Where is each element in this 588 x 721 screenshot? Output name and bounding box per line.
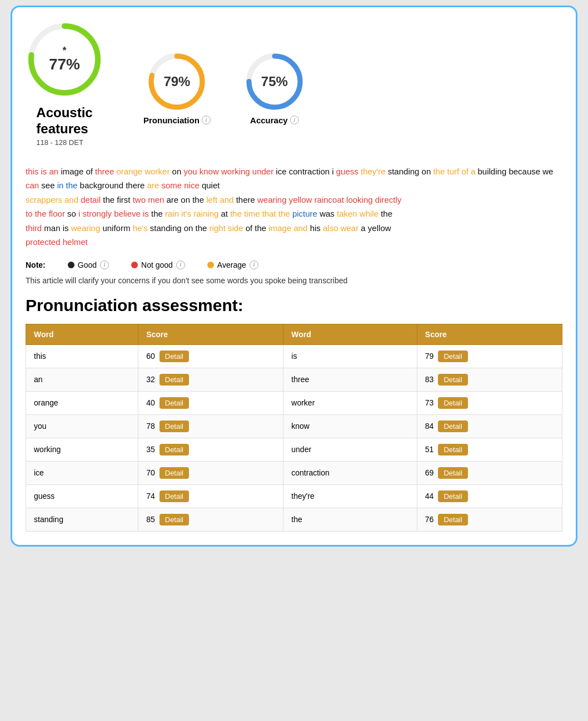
cell-word-left: you bbox=[26, 414, 138, 438]
word-theyre: they're bbox=[361, 167, 386, 176]
main-card: * 77% Acoustic features 118 - 128 DET bbox=[11, 6, 577, 547]
detail-button-right[interactable]: Detail bbox=[438, 490, 467, 502]
legend-not-good: Not good i bbox=[131, 261, 185, 269]
cell-score-left: 60 Detail bbox=[138, 344, 283, 368]
cell-score-left: 78 Detail bbox=[138, 414, 283, 438]
accuracy-info-icon[interactable]: i bbox=[290, 116, 299, 124]
word-background: background there bbox=[80, 181, 145, 190]
word-two-men: two men bbox=[133, 195, 165, 204]
pronunciation-pct: 79% bbox=[146, 51, 207, 112]
word-guess: guess bbox=[336, 167, 358, 176]
word-third: third bbox=[26, 223, 42, 233]
cell-score-left: 74 Detail bbox=[138, 484, 283, 508]
accuracy-score: 75% Accuracy i bbox=[244, 51, 305, 125]
word-an: an bbox=[49, 167, 59, 176]
note-section: Note: Good i Not good i Average i bbox=[26, 261, 562, 269]
cell-score-left: 70 Detail bbox=[138, 461, 283, 484]
word-also-wear: also wear bbox=[323, 223, 358, 233]
table-row: this 60 Detail is 79 Detail bbox=[26, 344, 562, 368]
detail-button-left[interactable]: Detail bbox=[160, 444, 189, 455]
word-of-the: of the bbox=[246, 223, 267, 233]
acoustic-title-line1: Acoustic bbox=[36, 105, 92, 120]
word-are-on: are on the bbox=[167, 195, 205, 204]
word-the-first: the first bbox=[103, 195, 130, 204]
good-info-icon[interactable]: i bbox=[100, 261, 109, 269]
detail-button-right[interactable]: Detail bbox=[438, 420, 467, 432]
cell-word-right: they're bbox=[283, 484, 417, 508]
word-this: this bbox=[26, 167, 38, 176]
cell-score-right: 51 Detail bbox=[417, 438, 562, 461]
word-on: on bbox=[172, 167, 182, 176]
detail-button-right[interactable]: Detail bbox=[438, 351, 467, 362]
word-man-is: man is bbox=[44, 223, 68, 233]
cell-word-left: ice bbox=[26, 461, 138, 484]
col-score-1: Score bbox=[138, 324, 283, 344]
cell-word-left: orange bbox=[26, 391, 138, 414]
word-taken-while: taken while bbox=[337, 209, 378, 218]
detail-button-right[interactable]: Detail bbox=[438, 374, 467, 385]
word-hes: he's bbox=[133, 223, 148, 233]
detail-button-right[interactable]: Detail bbox=[438, 514, 467, 525]
word-three: three bbox=[95, 167, 114, 176]
average-info-icon[interactable]: i bbox=[250, 261, 258, 269]
word-protected: protected bbox=[26, 237, 61, 247]
overall-score: * 77% Acoustic features 118 - 128 DET bbox=[26, 21, 103, 156]
cell-word-right: under bbox=[283, 438, 417, 461]
word-a-yellow: a yellow bbox=[361, 223, 391, 233]
pronunciation-label: Pronunciation i bbox=[143, 116, 211, 125]
word-see: see bbox=[41, 181, 54, 190]
cell-score-left: 35 Detail bbox=[138, 438, 283, 461]
word-wearing-yellow-raincoat: wearing yellow raincoat looking directly bbox=[257, 195, 401, 204]
detail-button-right[interactable]: Detail bbox=[438, 467, 467, 479]
col-score-2: Score bbox=[417, 324, 562, 344]
not-good-info-icon[interactable]: i bbox=[176, 261, 185, 269]
detail-button-left[interactable]: Detail bbox=[160, 374, 189, 385]
legend-not-good-label: Not good bbox=[141, 261, 173, 269]
word-the-rain: the bbox=[151, 209, 163, 218]
word-wearing: wearing bbox=[71, 223, 101, 233]
table-header-row: Word Score Word Score bbox=[26, 324, 562, 344]
word-right: right bbox=[210, 223, 226, 233]
word-detail: detail bbox=[81, 195, 101, 204]
pronunciation-score: 79% Pronunciation i bbox=[143, 51, 211, 125]
cell-score-left: 40 Detail bbox=[138, 391, 283, 414]
word-orange: orange bbox=[116, 167, 142, 176]
table-row: working 35 Detail under 51 Detail bbox=[26, 438, 562, 461]
transcript-paragraph: this is an image of three orange worker … bbox=[26, 164, 562, 249]
pronunciation-circle: 79% bbox=[146, 51, 207, 112]
assessment-title: Pronunciation assessment: bbox=[26, 296, 562, 315]
word-are: are bbox=[147, 181, 160, 190]
cell-word-left: this bbox=[26, 344, 138, 368]
word-the2: the bbox=[381, 209, 392, 218]
detail-button-right[interactable]: Detail bbox=[438, 397, 467, 409]
cell-word-left: standing bbox=[26, 508, 138, 531]
word-standing-on: standing on bbox=[388, 167, 431, 176]
word-there: there bbox=[236, 195, 255, 204]
cell-word-right: three bbox=[283, 368, 417, 391]
pronunciation-info-icon[interactable]: i bbox=[202, 116, 211, 124]
detail-button-right[interactable]: Detail bbox=[438, 444, 467, 455]
word-image-and: image and bbox=[268, 223, 307, 233]
detail-button-left[interactable]: Detail bbox=[160, 490, 189, 502]
detail-button-left[interactable]: Detail bbox=[160, 397, 189, 409]
accuracy-pct: 75% bbox=[244, 51, 305, 112]
word-working-under: working under bbox=[221, 167, 273, 176]
word-the-turf: the turf of a bbox=[433, 167, 475, 176]
detail-button-left[interactable]: Detail bbox=[160, 467, 189, 479]
cell-word-left: working bbox=[26, 438, 138, 461]
cell-score-right: 84 Detail bbox=[417, 414, 562, 438]
word-is-1: is bbox=[41, 167, 47, 176]
detail-button-left[interactable]: Detail bbox=[160, 420, 189, 432]
word-picture: picture bbox=[292, 209, 317, 218]
pronunciation-table: Word Score Word Score this 60 Detail is … bbox=[26, 324, 562, 532]
detail-button-left[interactable]: Detail bbox=[160, 351, 189, 362]
word-ice: ice bbox=[276, 167, 286, 176]
word-standing-on2: standing on the bbox=[150, 223, 207, 233]
accuracy-label: Accuracy i bbox=[250, 116, 299, 125]
word-rain-its: rain it's bbox=[165, 209, 191, 218]
acoustic-title: Acoustic features bbox=[36, 105, 92, 137]
word-at: at bbox=[221, 209, 228, 218]
word-strongly: strongly bbox=[83, 209, 112, 218]
detail-button-left[interactable]: Detail bbox=[160, 514, 189, 525]
cell-word-left: guess bbox=[26, 484, 138, 508]
